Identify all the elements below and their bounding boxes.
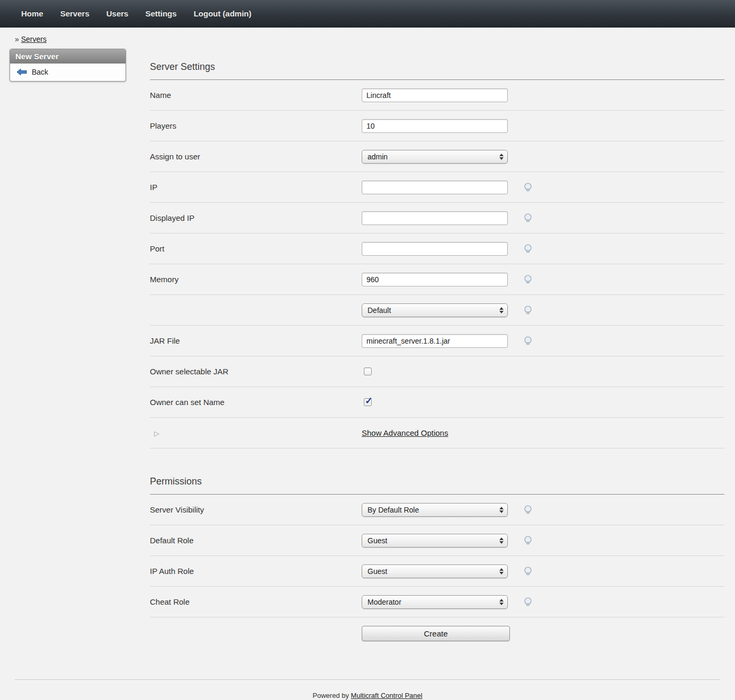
name-input[interactable]	[362, 88, 508, 102]
server-visibility-select[interactable]: By Default Role	[362, 503, 508, 517]
owner-can-set-name-label: Owner can set Name	[150, 398, 362, 407]
nav-item-users[interactable]: Users	[106, 9, 129, 18]
players-label: Players	[150, 121, 362, 130]
nav-item-servers[interactable]: Servers	[60, 9, 89, 18]
help-lightbulb-icon[interactable]	[523, 305, 533, 316]
select-stepper-icon	[499, 307, 504, 313]
disclosure-triangle-icon[interactable]: ▷	[154, 429, 159, 437]
owner-selectable-jar-checkbox[interactable]	[364, 367, 372, 375]
assign-to-user-label: Assign to user	[150, 152, 362, 161]
footer: Powered by Multicraft Control Panel	[15, 679, 720, 700]
port-label: Port	[150, 244, 362, 253]
form-row-owner-selectable-jar: Owner selectable JAR	[150, 356, 724, 387]
back-button[interactable]: Back	[10, 64, 126, 81]
nav-item-settings[interactable]: Settings	[145, 9, 176, 18]
help-lightbulb-icon[interactable]	[523, 274, 533, 285]
help-lightbulb-icon[interactable]	[523, 336, 533, 346]
main-content: Server Settings Name Players Assign to u…	[150, 49, 724, 658]
select-value: Guest	[368, 567, 387, 576]
default-role-select[interactable]: Guest	[362, 534, 508, 548]
server-visibility-label: Server Visibility	[150, 505, 362, 514]
nav-item-logout[interactable]: Logout (admin)	[194, 9, 252, 18]
jar-file-input[interactable]	[362, 334, 508, 348]
form-row-owner-can-set-name: Owner can set Name	[150, 387, 724, 418]
form-row-advanced-options: ▷ Show Advanced Options	[150, 418, 724, 448]
form-row-players: Players	[150, 111, 724, 141]
select-stepper-icon	[499, 599, 504, 605]
form-row-server-visibility: Server Visibility By Default Role	[150, 495, 724, 525]
breadcrumb: » Servers	[0, 28, 735, 49]
form-row-default-role: Default Role Guest	[150, 525, 724, 556]
form-row-default: Default	[150, 295, 724, 326]
form-row-memory: Memory	[150, 264, 724, 295]
ip-label: IP	[150, 183, 362, 192]
permissions-heading: Permissions	[150, 448, 724, 495]
owner-can-set-name-checkbox[interactable]	[364, 398, 372, 406]
port-input[interactable]	[362, 242, 508, 256]
new-server-panel: New Server Back	[10, 49, 126, 82]
back-label: Back	[32, 68, 48, 76]
ip-input[interactable]	[362, 181, 508, 194]
form-row-cheat-role: Cheat Role Moderator	[150, 587, 724, 617]
top-navigation: Home Servers Users Settings Logout (admi…	[0, 0, 735, 28]
select-stepper-icon	[499, 507, 504, 513]
sidebar-column: New Server Back	[0, 49, 150, 82]
select-value: Moderator	[368, 598, 401, 606]
displayed-ip-input[interactable]	[362, 211, 508, 225]
ip-auth-role-select[interactable]: Guest	[362, 564, 508, 578]
form-row-jar-file: JAR File	[150, 326, 724, 356]
server-settings-heading: Server Settings	[150, 49, 724, 80]
select-stepper-icon	[499, 154, 504, 160]
select-value: Guest	[368, 536, 387, 545]
help-lightbulb-icon[interactable]	[523, 244, 533, 254]
back-arrow-icon	[16, 68, 27, 76]
memory-input[interactable]	[362, 273, 508, 286]
memory-label: Memory	[150, 275, 362, 284]
default-select[interactable]: Default	[362, 303, 508, 317]
ip-auth-role-label: IP Auth Role	[150, 567, 362, 576]
select-value: admin	[368, 152, 388, 161]
multicraft-link[interactable]: Multicraft Control Panel	[351, 692, 423, 699]
form-row-ip: IP	[150, 172, 724, 203]
create-button[interactable]: Create	[362, 626, 510, 641]
displayed-ip-label: Displayed IP	[150, 213, 362, 222]
owner-selectable-jar-label: Owner selectable JAR	[150, 367, 362, 376]
breadcrumb-marker: »	[15, 35, 19, 43]
jar-file-label: JAR File	[150, 336, 362, 345]
select-value: By Default Role	[368, 506, 419, 514]
form-row-port: Port	[150, 234, 724, 264]
assign-to-user-select[interactable]: admin	[362, 150, 508, 164]
help-lightbulb-icon[interactable]	[523, 182, 533, 193]
show-advanced-options-link[interactable]: Show Advanced Options	[362, 428, 448, 437]
help-lightbulb-icon[interactable]	[523, 535, 533, 546]
form-row-assign-to-user: Assign to user admin	[150, 141, 724, 172]
form-row-ip-auth-role: IP Auth Role Guest	[150, 556, 724, 587]
cheat-role-label: Cheat Role	[150, 597, 362, 606]
panel-title: New Server	[10, 49, 126, 64]
form-row-displayed-ip: Displayed IP	[150, 203, 724, 234]
help-lightbulb-icon[interactable]	[523, 597, 533, 607]
breadcrumb-servers-link[interactable]: Servers	[21, 35, 47, 43]
cheat-role-select[interactable]: Moderator	[362, 595, 508, 609]
default-role-label: Default Role	[150, 536, 362, 545]
select-stepper-icon	[499, 568, 504, 575]
form-row-create: Create	[150, 617, 724, 654]
select-stepper-icon	[499, 537, 504, 544]
powered-by-text: Powered by	[312, 692, 349, 699]
name-label: Name	[150, 91, 362, 100]
nav-item-home[interactable]: Home	[21, 9, 43, 18]
form-row-name: Name	[150, 80, 724, 111]
help-lightbulb-icon[interactable]	[523, 213, 533, 223]
help-lightbulb-icon[interactable]	[523, 566, 533, 577]
players-input[interactable]	[362, 119, 508, 133]
select-value: Default	[368, 306, 391, 315]
help-lightbulb-icon[interactable]	[523, 505, 533, 515]
